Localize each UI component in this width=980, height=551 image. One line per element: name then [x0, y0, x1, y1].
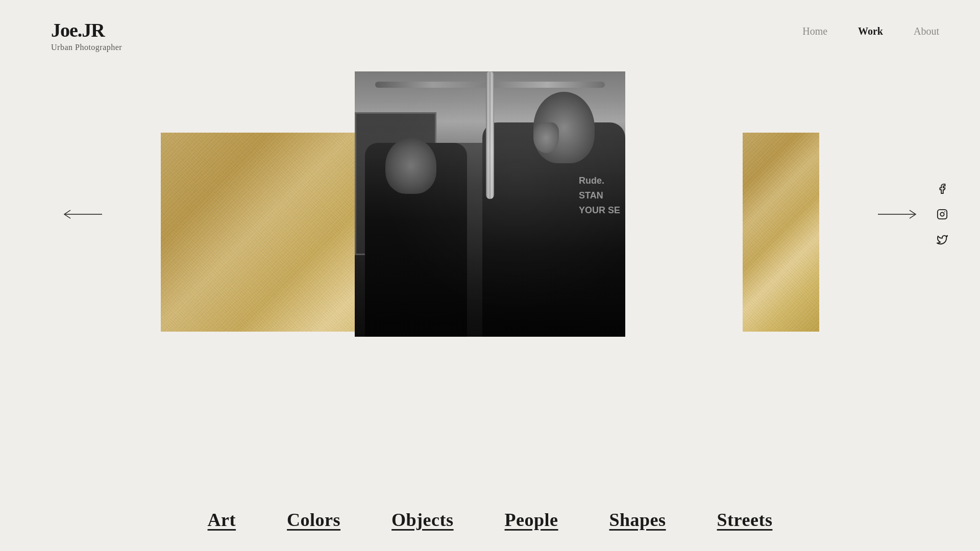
svg-point-4 [944, 211, 945, 212]
category-art[interactable]: Art [208, 509, 236, 531]
category-people[interactable]: People [505, 509, 558, 531]
site-logo[interactable]: Joe.JR [51, 20, 122, 40]
logo-area: Joe.JR Urban Photographer [51, 20, 122, 52]
slideshow-container: Rude. STAN YOUR SE [0, 71, 980, 357]
prev-button[interactable] [61, 209, 102, 219]
category-nav: Art Colors Objects People Shapes Streets [0, 509, 980, 531]
nav-about[interactable]: About [914, 26, 939, 37]
category-streets[interactable]: Streets [717, 509, 773, 531]
social-icons [935, 182, 949, 247]
category-shapes[interactable]: Shapes [609, 509, 666, 531]
main-area: Rude. STAN YOUR SE [0, 71, 980, 357]
instagram-icon[interactable] [935, 207, 949, 221]
svg-point-3 [940, 212, 944, 216]
sign-text: Rude. STAN YOUR SE [579, 173, 620, 217]
header: Joe.JR Urban Photographer Home Work Abou… [0, 0, 980, 52]
category-colors[interactable]: Colors [287, 509, 340, 531]
twitter-icon[interactable] [935, 233, 949, 247]
photo-content: Rude. STAN YOUR SE [355, 71, 625, 337]
main-photo: Rude. STAN YOUR SE [355, 71, 625, 337]
site-tagline: Urban Photographer [51, 43, 122, 52]
svg-rect-2 [938, 210, 947, 219]
bg-texture-right [743, 133, 819, 332]
facebook-icon[interactable] [935, 182, 949, 196]
nav-work[interactable]: Work [858, 26, 883, 37]
next-button[interactable] [878, 209, 919, 219]
category-objects[interactable]: Objects [391, 509, 453, 531]
nav-home[interactable]: Home [802, 26, 827, 37]
main-nav: Home Work About [802, 20, 939, 37]
